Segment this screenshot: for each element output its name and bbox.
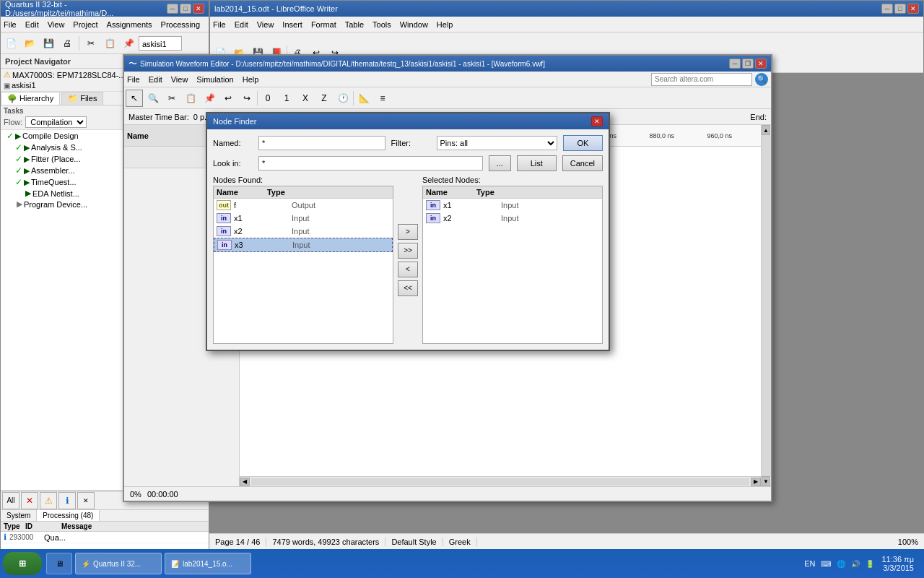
found-node-f[interactable]: out f Output [214,199,393,212]
wf-tool-zero[interactable]: 0 [259,90,276,107]
toolbar-print[interactable]: 🖨 [58,35,76,52]
wf-tool-paste[interactable]: 📌 [201,90,218,107]
tab-files[interactable]: 📁 Files [61,92,103,105]
vscroll-up[interactable]: ▲ [762,125,770,135]
transfer-all-right-btn[interactable]: >> [398,243,418,259]
quartus-minimize-btn[interactable]: ─ [167,4,178,14]
wf-tool-z[interactable]: Z [315,90,333,107]
wf-tool-one[interactable]: 1 [278,90,295,107]
waveform-hscrollbar[interactable]: ◀ ▶ [240,476,761,486]
toolbar-save[interactable]: 💾 [40,35,57,52]
look-in-input[interactable] [258,156,483,171]
selected-node-x2[interactable]: in x2 Input [423,212,602,225]
transfer-one-right-btn[interactable]: > [398,224,418,240]
start-button[interactable]: ⊞ [3,552,42,575]
play-icon-fitter: ▶ [24,155,30,164]
vscroll-down[interactable]: ▼ [762,476,770,486]
browse-btn[interactable]: ... [489,155,511,171]
wf-tool-undo[interactable]: ↩ [219,90,237,107]
found-node-x3[interactable]: in x3 Input [214,238,393,252]
writer-menu-edit[interactable]: Edit [235,20,248,29]
transfer-all-left-btn[interactable]: << [398,280,418,296]
found-node-x1[interactable]: in x1 Input [214,212,393,225]
writer-menu-table[interactable]: Table [345,20,364,29]
quartus-menu-edit[interactable]: Edit [25,20,39,29]
msg-error-btn[interactable]: ✕ [21,492,38,509]
waveform-menu-help[interactable]: Help [243,75,259,84]
writer-menu-tools[interactable]: Tools [372,20,391,29]
msg-info-btn[interactable]: ℹ [58,492,76,509]
taskbar-quartus-btn[interactable]: ⚡ Quartus II 32... [75,553,162,574]
node-finder-close-btn[interactable]: ✕ [591,116,603,126]
wf-tool-zoom-in[interactable]: 🔍 [144,90,162,107]
tab-system[interactable]: System [1,510,37,521]
transfer-one-left-btn[interactable]: < [398,262,418,277]
wf-tool-copy[interactable]: 📋 [182,90,199,107]
wf-tool-redo[interactable]: ↪ [238,90,256,107]
toolbar-copy[interactable]: 📋 [101,35,118,52]
msg-warning-btn[interactable]: ⚠ [40,492,57,509]
wf-tool-bus[interactable]: ≡ [374,90,391,107]
writer-menu-view[interactable]: View [257,20,274,29]
wf-tool-snap[interactable]: 📐 [355,90,372,107]
waveform-minimize-btn[interactable]: ─ [729,59,741,69]
hscroll-right[interactable]: ▶ [751,478,761,486]
tab-processing[interactable]: Processing (48) [37,510,100,521]
writer-minimize-btn[interactable]: ─ [881,4,893,14]
writer-maximize-btn[interactable]: □ [894,4,906,14]
quartus-menu-file[interactable]: File [4,20,17,29]
taskbar-writer-btn[interactable]: 📝 lab2014_15.o... [165,553,251,574]
writer-close-btn[interactable]: ✕ [907,4,919,14]
toolbar-new[interactable]: 📄 [2,35,19,52]
toolbar-cut[interactable]: ✂ [82,35,100,52]
cancel-btn[interactable]: Cancel [562,155,603,171]
waveform-search-input[interactable] [651,73,752,86]
quartus-menu-assignments[interactable]: Assignments [107,20,152,29]
writer-menu-format[interactable]: Format [311,20,336,29]
writer-app-icon: 📝 [171,560,180,568]
list-btn[interactable]: List [517,155,557,171]
waveform-title-area: 〜 Simulation Waveform Editor - D:/users/… [128,58,545,70]
wf-tool-x[interactable]: X [297,90,314,107]
filter-select[interactable]: Pins: all Pins: input Pins: output Regis… [437,136,558,150]
quartus-close-btn[interactable]: ✕ [193,4,204,14]
tab-hierarchy[interactable]: 🌳 Hierarchy [1,92,60,105]
waveform-menu-edit[interactable]: Edit [149,75,162,84]
writer-menu-help[interactable]: Help [437,20,453,29]
selected-panel-body: in x1 Input in x2 Input [423,199,602,343]
named-input[interactable] [258,136,385,150]
wf-tool-cut[interactable]: ✂ [163,90,180,107]
vscroll-track[interactable] [762,135,771,476]
entity-input[interactable]: askisi1 [139,36,182,51]
waveform-menu-file[interactable]: File [127,75,140,84]
hscroll-track[interactable] [251,478,749,486]
writer-menu-window[interactable]: Window [400,20,428,29]
toolbar-paste[interactable]: 📌 [120,35,137,52]
waveform-menu-view[interactable]: View [171,75,188,84]
found-node-x2[interactable]: in x2 Input [214,225,393,238]
waveform-restore-btn[interactable]: ❐ [742,59,754,69]
hscroll-left[interactable]: ◀ [240,478,250,486]
msg-suppress-btn[interactable]: ✕ [77,492,95,509]
in-icon-x2: in [217,226,231,236]
waveform-vscrollbar[interactable]: ▲ ▼ [761,125,771,486]
quartus-menu-view[interactable]: View [48,20,65,29]
found-node-x3-type: Input [292,241,310,249]
waveform-menu-simulation[interactable]: Simulation [196,75,233,84]
writer-menu-file[interactable]: File [213,20,226,29]
quartus-menu-project[interactable]: Project [73,20,97,29]
wf-tool-select[interactable]: ↖ [126,90,143,107]
writer-menu-insert[interactable]: Insert [282,20,302,29]
quartus-maximize-btn[interactable]: □ [180,4,191,14]
quartus-menu-processing[interactable]: Processing [161,20,200,29]
selected-node-x1[interactable]: in x1 Input [423,199,602,212]
waveform-search-btn[interactable]: 🔍 [755,73,768,86]
flow-select[interactable]: Compilation [25,116,87,128]
show-desktop-btn[interactable]: 🖥 [46,553,72,574]
node-finder-body: Named: Filter: Pins: all Pins: input Pin… [207,129,609,350]
waveform-close-btn[interactable]: ✕ [755,59,767,69]
toolbar-open[interactable]: 📂 [21,35,38,52]
msg-all-btn[interactable]: All [2,492,19,509]
ok-btn[interactable]: OK [563,135,603,151]
wf-tool-clock[interactable]: 🕐 [334,90,352,107]
